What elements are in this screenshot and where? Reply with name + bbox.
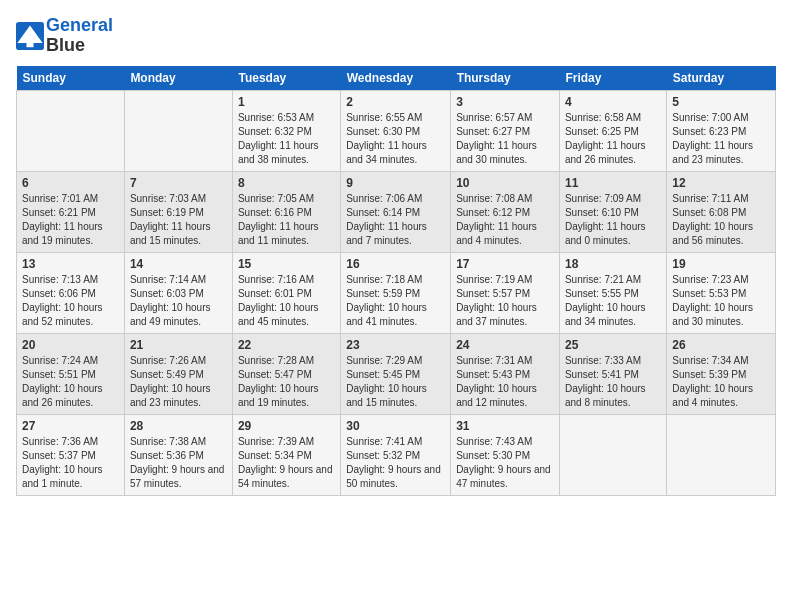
day-number: 9 [346, 176, 445, 190]
day-info: Sunrise: 7:39 AM Sunset: 5:34 PM Dayligh… [238, 435, 335, 491]
page-header: General Blue [16, 16, 776, 56]
day-number: 13 [22, 257, 119, 271]
calendar-cell: 12Sunrise: 7:11 AM Sunset: 6:08 PM Dayli… [667, 171, 776, 252]
day-number: 4 [565, 95, 661, 109]
day-number: 10 [456, 176, 554, 190]
calendar-cell: 4Sunrise: 6:58 AM Sunset: 6:25 PM Daylig… [559, 90, 666, 171]
day-number: 18 [565, 257, 661, 271]
day-number: 12 [672, 176, 770, 190]
day-info: Sunrise: 7:34 AM Sunset: 5:39 PM Dayligh… [672, 354, 770, 410]
day-number: 25 [565, 338, 661, 352]
day-number: 20 [22, 338, 119, 352]
calendar-cell: 16Sunrise: 7:18 AM Sunset: 5:59 PM Dayli… [341, 252, 451, 333]
calendar-cell: 25Sunrise: 7:33 AM Sunset: 5:41 PM Dayli… [559, 333, 666, 414]
day-info: Sunrise: 7:33 AM Sunset: 5:41 PM Dayligh… [565, 354, 661, 410]
calendar-cell [667, 414, 776, 495]
day-number: 14 [130, 257, 227, 271]
calendar-cell: 6Sunrise: 7:01 AM Sunset: 6:21 PM Daylig… [17, 171, 125, 252]
day-info: Sunrise: 7:14 AM Sunset: 6:03 PM Dayligh… [130, 273, 227, 329]
day-info: Sunrise: 6:58 AM Sunset: 6:25 PM Dayligh… [565, 111, 661, 167]
day-number: 7 [130, 176, 227, 190]
calendar-cell: 9Sunrise: 7:06 AM Sunset: 6:14 PM Daylig… [341, 171, 451, 252]
day-number: 19 [672, 257, 770, 271]
day-info: Sunrise: 7:18 AM Sunset: 5:59 PM Dayligh… [346, 273, 445, 329]
day-info: Sunrise: 7:00 AM Sunset: 6:23 PM Dayligh… [672, 111, 770, 167]
day-info: Sunrise: 7:41 AM Sunset: 5:32 PM Dayligh… [346, 435, 445, 491]
day-info: Sunrise: 7:38 AM Sunset: 5:36 PM Dayligh… [130, 435, 227, 491]
day-info: Sunrise: 7:09 AM Sunset: 6:10 PM Dayligh… [565, 192, 661, 248]
logo-icon [16, 22, 44, 50]
calendar-cell: 22Sunrise: 7:28 AM Sunset: 5:47 PM Dayli… [232, 333, 340, 414]
calendar-cell: 14Sunrise: 7:14 AM Sunset: 6:03 PM Dayli… [124, 252, 232, 333]
calendar-week-row: 6Sunrise: 7:01 AM Sunset: 6:21 PM Daylig… [17, 171, 776, 252]
calendar-cell: 11Sunrise: 7:09 AM Sunset: 6:10 PM Dayli… [559, 171, 666, 252]
calendar-cell: 29Sunrise: 7:39 AM Sunset: 5:34 PM Dayli… [232, 414, 340, 495]
day-number: 21 [130, 338, 227, 352]
day-info: Sunrise: 7:28 AM Sunset: 5:47 PM Dayligh… [238, 354, 335, 410]
col-header-sunday: Sunday [17, 66, 125, 91]
day-number: 5 [672, 95, 770, 109]
col-header-monday: Monday [124, 66, 232, 91]
day-info: Sunrise: 7:21 AM Sunset: 5:55 PM Dayligh… [565, 273, 661, 329]
day-info: Sunrise: 7:19 AM Sunset: 5:57 PM Dayligh… [456, 273, 554, 329]
day-number: 26 [672, 338, 770, 352]
day-number: 23 [346, 338, 445, 352]
calendar-cell: 19Sunrise: 7:23 AM Sunset: 5:53 PM Dayli… [667, 252, 776, 333]
day-number: 3 [456, 95, 554, 109]
calendar-cell: 15Sunrise: 7:16 AM Sunset: 6:01 PM Dayli… [232, 252, 340, 333]
calendar-cell: 20Sunrise: 7:24 AM Sunset: 5:51 PM Dayli… [17, 333, 125, 414]
calendar-cell: 26Sunrise: 7:34 AM Sunset: 5:39 PM Dayli… [667, 333, 776, 414]
calendar-cell: 10Sunrise: 7:08 AM Sunset: 6:12 PM Dayli… [451, 171, 560, 252]
day-info: Sunrise: 7:23 AM Sunset: 5:53 PM Dayligh… [672, 273, 770, 329]
day-info: Sunrise: 7:01 AM Sunset: 6:21 PM Dayligh… [22, 192, 119, 248]
day-number: 30 [346, 419, 445, 433]
calendar-cell: 27Sunrise: 7:36 AM Sunset: 5:37 PM Dayli… [17, 414, 125, 495]
calendar-cell: 3Sunrise: 6:57 AM Sunset: 6:27 PM Daylig… [451, 90, 560, 171]
calendar-header-row: SundayMondayTuesdayWednesdayThursdayFrid… [17, 66, 776, 91]
day-info: Sunrise: 7:26 AM Sunset: 5:49 PM Dayligh… [130, 354, 227, 410]
calendar-cell: 23Sunrise: 7:29 AM Sunset: 5:45 PM Dayli… [341, 333, 451, 414]
calendar-cell: 2Sunrise: 6:55 AM Sunset: 6:30 PM Daylig… [341, 90, 451, 171]
day-info: Sunrise: 7:05 AM Sunset: 6:16 PM Dayligh… [238, 192, 335, 248]
day-info: Sunrise: 7:43 AM Sunset: 5:30 PM Dayligh… [456, 435, 554, 491]
calendar-cell: 31Sunrise: 7:43 AM Sunset: 5:30 PM Dayli… [451, 414, 560, 495]
logo: General Blue [16, 16, 113, 56]
calendar-cell: 21Sunrise: 7:26 AM Sunset: 5:49 PM Dayli… [124, 333, 232, 414]
day-info: Sunrise: 7:24 AM Sunset: 5:51 PM Dayligh… [22, 354, 119, 410]
calendar-cell [124, 90, 232, 171]
calendar-cell: 30Sunrise: 7:41 AM Sunset: 5:32 PM Dayli… [341, 414, 451, 495]
col-header-friday: Friday [559, 66, 666, 91]
day-info: Sunrise: 7:31 AM Sunset: 5:43 PM Dayligh… [456, 354, 554, 410]
calendar-week-row: 20Sunrise: 7:24 AM Sunset: 5:51 PM Dayli… [17, 333, 776, 414]
calendar-table: SundayMondayTuesdayWednesdayThursdayFrid… [16, 66, 776, 496]
day-number: 8 [238, 176, 335, 190]
calendar-cell: 7Sunrise: 7:03 AM Sunset: 6:19 PM Daylig… [124, 171, 232, 252]
day-number: 27 [22, 419, 119, 433]
calendar-cell: 17Sunrise: 7:19 AM Sunset: 5:57 PM Dayli… [451, 252, 560, 333]
calendar-week-row: 27Sunrise: 7:36 AM Sunset: 5:37 PM Dayli… [17, 414, 776, 495]
calendar-cell: 24Sunrise: 7:31 AM Sunset: 5:43 PM Dayli… [451, 333, 560, 414]
day-number: 22 [238, 338, 335, 352]
calendar-cell [17, 90, 125, 171]
col-header-thursday: Thursday [451, 66, 560, 91]
day-info: Sunrise: 7:03 AM Sunset: 6:19 PM Dayligh… [130, 192, 227, 248]
day-number: 24 [456, 338, 554, 352]
col-header-wednesday: Wednesday [341, 66, 451, 91]
logo-text: General Blue [46, 16, 113, 56]
day-number: 2 [346, 95, 445, 109]
day-info: Sunrise: 7:29 AM Sunset: 5:45 PM Dayligh… [346, 354, 445, 410]
day-info: Sunrise: 7:06 AM Sunset: 6:14 PM Dayligh… [346, 192, 445, 248]
calendar-cell: 18Sunrise: 7:21 AM Sunset: 5:55 PM Dayli… [559, 252, 666, 333]
calendar-week-row: 1Sunrise: 6:53 AM Sunset: 6:32 PM Daylig… [17, 90, 776, 171]
col-header-tuesday: Tuesday [232, 66, 340, 91]
day-number: 6 [22, 176, 119, 190]
calendar-cell: 5Sunrise: 7:00 AM Sunset: 6:23 PM Daylig… [667, 90, 776, 171]
day-number: 16 [346, 257, 445, 271]
day-number: 15 [238, 257, 335, 271]
day-info: Sunrise: 7:16 AM Sunset: 6:01 PM Dayligh… [238, 273, 335, 329]
day-info: Sunrise: 6:55 AM Sunset: 6:30 PM Dayligh… [346, 111, 445, 167]
col-header-saturday: Saturday [667, 66, 776, 91]
day-number: 31 [456, 419, 554, 433]
day-number: 29 [238, 419, 335, 433]
day-number: 28 [130, 419, 227, 433]
